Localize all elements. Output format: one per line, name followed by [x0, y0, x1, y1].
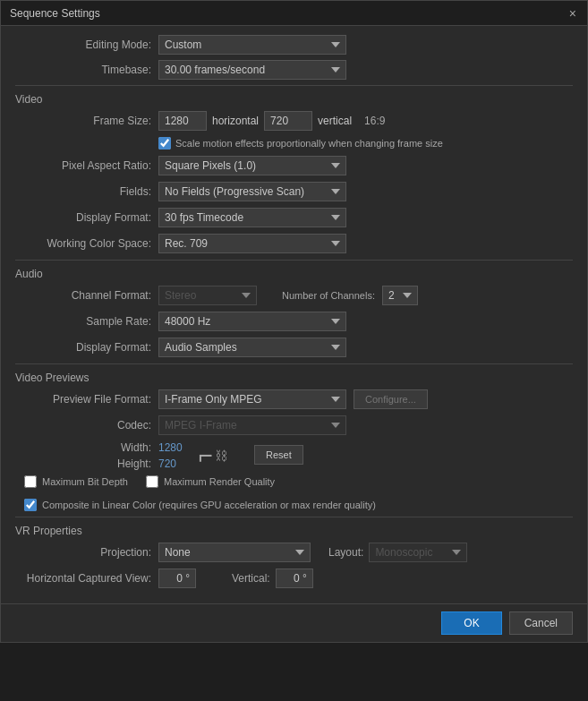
- bracket-link-group: ⌐ ⛓: [199, 443, 227, 468]
- preview-file-format-select[interactable]: I-Frame Only MPEG: [158, 389, 346, 409]
- video-section-header: Video: [15, 93, 573, 106]
- ok-button[interactable]: OK: [441, 611, 501, 635]
- pixel-aspect-ratio-select[interactable]: Square Pixels (1.0): [158, 156, 346, 175]
- sample-rate-row: Sample Rate: 48000 Hz: [15, 312, 573, 331]
- vr-layout-select: Monoscopic: [369, 543, 467, 562]
- audio-display-format-row: Display Format: Audio Samples: [15, 338, 573, 357]
- audio-display-format-select[interactable]: Audio Samples: [158, 338, 346, 357]
- channel-format-controls: Stereo Number of Channels: 2: [158, 286, 573, 305]
- max-bit-depth-row: Maximum Bit Depth: [24, 475, 128, 488]
- composite-linear-row: Composite in Linear Color (requires GPU …: [24, 499, 573, 511]
- timebase-row: Timebase: 30.00 frames/second: [15, 60, 573, 80]
- audio-section-header: Audio: [15, 268, 573, 280]
- vr-hcv-label: Horizontal Captured View:: [15, 572, 158, 585]
- frame-width-input[interactable]: [158, 111, 207, 131]
- preview-height-value: 720: [158, 457, 176, 470]
- vr-vertical-label: Vertical:: [232, 572, 270, 585]
- codec-row: Codec: MPEG I-Frame: [15, 415, 573, 435]
- pixel-aspect-ratio-row: Pixel Aspect Ratio: Square Pixels (1.0): [15, 156, 573, 175]
- composite-linear-checkbox[interactable]: [24, 499, 37, 511]
- preview-file-format-label: Preview File Format:: [15, 393, 158, 406]
- working-color-space-label: Working Color Space:: [15, 237, 158, 250]
- channel-format-label: Channel Format:: [15, 289, 158, 302]
- num-channels-select[interactable]: 2: [382, 286, 418, 305]
- video-display-format-row: Display Format: 30 fps Timecode: [15, 208, 573, 227]
- preview-width-height-rows: Width: 1280 Height: 720: [15, 441, 183, 470]
- fields-label: Fields:: [15, 185, 158, 198]
- cancel-button[interactable]: Cancel: [509, 611, 573, 635]
- preview-height-row: Height: 720: [15, 457, 183, 470]
- preview-dims-container: Width: 1280 Height: 720 ⌐ ⛓ Reset: [15, 441, 573, 470]
- audio-display-format-label: Display Format:: [15, 341, 158, 354]
- aspect-ratio-label: 16:9: [364, 115, 385, 127]
- video-display-format-select[interactable]: 30 fps Timecode: [158, 208, 346, 227]
- scale-motion-label: Scale motion effects proportionally when…: [175, 138, 443, 149]
- vr-projection-label: Projection:: [15, 546, 158, 559]
- max-render-quality-label: Maximum Render Quality: [164, 476, 275, 487]
- channel-format-row: Channel Format: Stereo Number of Channel…: [15, 286, 573, 305]
- working-color-space-row: Working Color Space: Rec. 709: [15, 234, 573, 253]
- reset-button[interactable]: Reset: [254, 445, 303, 465]
- video-previews-header: Video Previews: [15, 372, 573, 384]
- timebase-label: Timebase:: [15, 64, 158, 76]
- dialog-title: Sequence Settings: [10, 7, 100, 20]
- vr-vertical-input[interactable]: [276, 568, 313, 588]
- sequence-settings-dialog: Sequence Settings × Editing Mode: Custom…: [0, 0, 588, 643]
- preview-height-label: Height:: [15, 457, 158, 470]
- vr-properties-header: VR Properties: [15, 525, 573, 537]
- close-button[interactable]: ×: [567, 7, 578, 20]
- composite-linear-label: Composite in Linear Color (requires GPU …: [42, 500, 376, 510]
- preview-width-row: Width: 1280: [15, 441, 183, 454]
- editing-mode-select[interactable]: Custom: [158, 35, 346, 55]
- vr-hcv-row: Horizontal Captured View: Vertical:: [15, 568, 573, 588]
- dialog-content: Editing Mode: Custom Timebase: 30.00 fra…: [1, 26, 587, 603]
- timebase-select[interactable]: 30.00 frames/second: [158, 60, 346, 80]
- pixel-aspect-ratio-label: Pixel Aspect Ratio:: [15, 159, 158, 172]
- codec-select: MPEG I-Frame: [158, 415, 346, 435]
- vr-projection-layout-row: Projection: None Layout: Monoscopic: [15, 543, 573, 562]
- vertical-label: vertical: [318, 115, 352, 127]
- scale-checkbox-row: Scale motion effects proportionally when…: [158, 137, 573, 150]
- link-chain-icon: ⛓: [215, 449, 227, 463]
- video-display-format-label: Display Format:: [15, 211, 158, 224]
- max-bit-depth-checkbox[interactable]: [24, 475, 37, 488]
- scale-motion-checkbox[interactable]: [158, 137, 171, 150]
- fields-row: Fields: No Fields (Progressive Scan): [15, 182, 573, 201]
- reset-btn-container: Reset: [254, 445, 303, 465]
- max-render-quality-row: Maximum Render Quality: [146, 475, 275, 488]
- dialog-footer: OK Cancel: [1, 603, 587, 642]
- configure-button[interactable]: Configure...: [354, 389, 428, 409]
- sample-rate-label: Sample Rate:: [15, 315, 158, 328]
- num-channels-label: Number of Channels:: [282, 290, 375, 301]
- sample-rate-select[interactable]: 48000 Hz: [158, 312, 346, 331]
- horizontal-label: horizontal: [212, 115, 259, 127]
- preview-file-format-row: Preview File Format: I-Frame Only MPEG C…: [15, 389, 573, 409]
- max-render-quality-checkbox[interactable]: [146, 475, 158, 488]
- frame-size-inputs: horizontal vertical 16:9: [158, 111, 385, 131]
- vr-layout-label: Layout:: [328, 546, 363, 559]
- frame-size-label: Frame Size:: [15, 115, 158, 127]
- editing-mode-row: Editing Mode: Custom: [15, 35, 573, 55]
- working-color-space-select[interactable]: Rec. 709: [158, 234, 346, 253]
- editing-mode-label: Editing Mode:: [15, 38, 158, 51]
- quality-checkboxes-row: Maximum Bit Depth Maximum Render Quality: [24, 475, 573, 493]
- bracket-icon: ⌐: [199, 443, 213, 468]
- preview-width-value: 1280: [158, 441, 183, 454]
- frame-height-input[interactable]: [264, 111, 312, 131]
- frame-size-row: Frame Size: horizontal vertical 16:9: [15, 111, 573, 131]
- codec-label: Codec:: [15, 419, 158, 432]
- preview-width-label: Width:: [15, 441, 158, 454]
- fields-select[interactable]: No Fields (Progressive Scan): [158, 182, 346, 201]
- vr-hcv-input[interactable]: [158, 568, 196, 588]
- channel-format-select: Stereo: [158, 286, 257, 305]
- max-bit-depth-label: Maximum Bit Depth: [42, 476, 128, 487]
- title-bar: Sequence Settings ×: [1, 1, 587, 26]
- vr-projection-select[interactable]: None: [158, 543, 311, 562]
